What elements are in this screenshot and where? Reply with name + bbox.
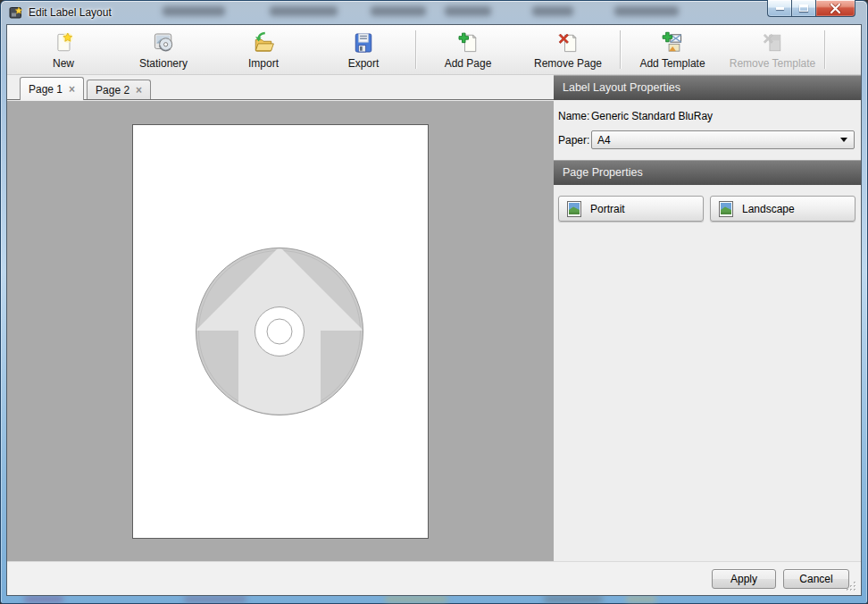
maximize-button[interactable] <box>791 0 815 17</box>
remove-page-icon <box>555 30 580 55</box>
page-properties-header: Page Properties <box>554 160 861 185</box>
label-layout-properties-header: Label Layout Properties <box>554 75 861 100</box>
maximize-icon <box>799 4 808 12</box>
name-label: Name: <box>558 110 591 122</box>
add-page-icon <box>455 30 480 55</box>
footer: Apply Cancel <box>7 561 861 595</box>
remove-template-icon <box>760 30 785 55</box>
orient-label: Landscape <box>742 203 795 215</box>
paper-selected-value: A4 <box>597 134 611 147</box>
import-button[interactable]: Import <box>213 25 313 74</box>
frame-color-smudge <box>24 596 63 602</box>
new-button[interactable]: New <box>13 25 113 74</box>
tab-close-icon[interactable]: × <box>136 85 142 96</box>
frame-color-smudge <box>184 596 246 602</box>
background-window-blur <box>532 6 573 16</box>
tab-page-1[interactable]: Page 1 × <box>20 77 84 100</box>
add-template-icon <box>660 30 685 55</box>
stationery-button[interactable]: Stationery <box>113 25 213 74</box>
label-layout-fields: Name: Generic Standard BluRay Paper: A4 <box>554 100 861 160</box>
main-area: Page 1 × Page 2 × <box>7 75 861 561</box>
stationery-disc-icon <box>151 30 176 55</box>
cancel-label: Cancel <box>799 573 832 585</box>
properties-panel: Label Layout Properties Name: Generic St… <box>554 75 861 561</box>
remove-page-button[interactable]: Remove Page <box>518 25 618 74</box>
titlebar[interactable]: Edit Label Layout <box>0 0 868 25</box>
add-template-button[interactable]: Add Template <box>622 25 722 74</box>
paper-select[interactable]: A4 <box>591 130 855 149</box>
tab-page-2[interactable]: Page 2 × <box>87 80 151 99</box>
background-window-blur <box>614 6 679 16</box>
apply-button[interactable]: Apply <box>712 569 776 589</box>
section-title: Label Layout Properties <box>563 81 680 94</box>
disc-label-outline <box>133 125 428 538</box>
portrait-button[interactable]: Portrait <box>558 196 704 222</box>
tab-close-icon[interactable]: × <box>69 84 75 95</box>
export-floppy-icon <box>351 30 376 55</box>
label-page-preview[interactable] <box>132 124 429 539</box>
background-window-blur <box>163 6 225 16</box>
editor-pane: Page 1 × Page 2 × <box>7 75 554 561</box>
caption-buttons <box>767 0 855 17</box>
toolbar-label: Add Template <box>639 57 705 70</box>
toolbar-separator <box>415 30 416 69</box>
close-icon <box>830 4 841 13</box>
tab-label: Page 2 <box>96 84 129 96</box>
frame-color-smudge <box>626 596 656 602</box>
close-button[interactable] <box>815 0 855 17</box>
paper-label: Paper: <box>558 134 591 147</box>
background-window-blur <box>371 6 426 16</box>
frame-color-smudge <box>385 596 447 602</box>
export-button[interactable]: Export <box>313 25 413 74</box>
minimize-button[interactable] <box>767 0 791 17</box>
toolbar-label: Import <box>248 57 279 70</box>
tab-label: Page 1 <box>29 83 63 96</box>
toolbar-label: Remove Page <box>534 57 602 70</box>
new-document-icon <box>51 30 76 55</box>
paper-row: Paper: A4 <box>558 130 855 149</box>
resize-grip[interactable] <box>845 580 857 592</box>
landscape-image-icon <box>717 200 735 218</box>
remove-template-button[interactable]: Remove Template <box>722 25 822 74</box>
layout-canvas[interactable] <box>7 100 554 561</box>
background-window-blur <box>270 6 338 16</box>
toolbar-label: Add Page <box>445 57 492 70</box>
toolbar: New Stationery Import Export Add Page Re… <box>7 25 861 75</box>
add-page-button[interactable]: Add Page <box>418 25 518 74</box>
toolbar-label: Export <box>348 57 380 70</box>
apply-label: Apply <box>730 573 757 585</box>
orient-label: Portrait <box>590 203 625 215</box>
app-icon <box>9 5 23 20</box>
portrait-image-icon <box>565 200 583 218</box>
window-title: Edit Label Layout <box>29 6 112 19</box>
page-tabbar: Page 1 × Page 2 × <box>7 75 554 100</box>
toolbar-label: Remove Template <box>730 57 816 70</box>
toolbar-separator <box>824 30 825 69</box>
section-title: Page Properties <box>563 166 643 179</box>
minimize-icon <box>776 7 784 10</box>
orientation-buttons: Portrait Landscape <box>554 185 861 222</box>
landscape-button[interactable]: Landscape <box>710 196 855 222</box>
import-folder-icon <box>251 30 276 55</box>
toolbar-label: Stationery <box>139 57 188 70</box>
cancel-button[interactable]: Cancel <box>783 569 849 589</box>
chevron-down-icon <box>840 138 847 142</box>
toolbar-label: New <box>53 57 74 70</box>
name-row: Name: Generic Standard BluRay <box>558 110 855 122</box>
frame-color-smudge <box>544 596 603 602</box>
name-value: Generic Standard BluRay <box>591 110 713 122</box>
edit-label-layout-dialog: New Stationery Import Export Add Page Re… <box>7 25 861 595</box>
background-window-blur <box>445 6 491 16</box>
toolbar-separator <box>620 30 621 69</box>
